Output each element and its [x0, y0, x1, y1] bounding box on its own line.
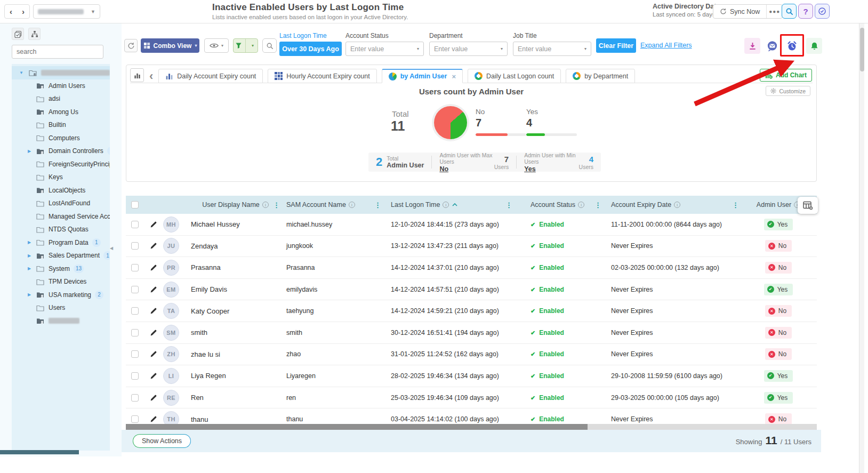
forward-icon[interactable]: ›	[22, 7, 25, 15]
vertical-scrollbar[interactable]	[859, 23, 864, 473]
column-menu-icon[interactable]: ⋮	[732, 201, 739, 209]
tree-item[interactable]	[12, 315, 110, 328]
sort-asc-icon[interactable]	[452, 203, 457, 206]
tree-item[interactable]: TPM Devices	[12, 275, 110, 288]
expand-all-filters-link[interactable]: Expand All Filters	[640, 42, 692, 49]
view-mode-dropdown[interactable]: Combo View ▾	[141, 38, 199, 53]
pie-chart[interactable]	[434, 106, 467, 139]
more-options-button[interactable]: ●●●	[766, 5, 782, 18]
row-checkbox[interactable]	[131, 307, 139, 315]
tree-expand-icon[interactable]	[28, 149, 34, 154]
tree-item[interactable]: Admin Users	[12, 79, 110, 93]
info-icon[interactable]	[443, 202, 449, 208]
tree-expand-icon[interactable]	[28, 292, 34, 297]
row-checkbox[interactable]	[131, 350, 139, 358]
cell-display-name[interactable]: Katy Cooper	[190, 300, 281, 322]
chart-tab[interactable]: Daily Account Expiry count	[158, 69, 263, 83]
column-visibility-dropdown[interactable]: ▾	[204, 38, 229, 53]
schedule-report-button[interactable]	[784, 38, 800, 54]
cell-display-name[interactable]: Emily Davis	[190, 279, 281, 300]
tree-item[interactable]: adsi	[12, 92, 110, 106]
scrollbar-thumb[interactable]	[860, 28, 864, 71]
add-chart-button[interactable]: Add Chart	[760, 69, 812, 82]
column-menu-icon[interactable]: ⋮	[505, 201, 512, 209]
row-checkbox[interactable]	[131, 415, 139, 423]
cell-display-name[interactable]: Prasanna	[190, 257, 281, 278]
chart-tab[interactable]: by Department	[566, 69, 635, 83]
show-actions-button[interactable]: Show Actions	[133, 434, 191, 448]
cell-display-name[interactable]: Michael Hussey	[190, 214, 281, 235]
cell-display-name[interactable]: Ren	[190, 387, 281, 408]
row-checkbox[interactable]	[131, 329, 139, 336]
column-header-account-expiry[interactable]: Account Expiry Date⋮	[602, 196, 740, 214]
column-header-sam-account[interactable]: SAM Account Name⋮	[281, 196, 382, 214]
info-icon[interactable]	[674, 202, 680, 208]
tree-item[interactable]: Among Us	[12, 106, 110, 119]
info-icon[interactable]	[262, 202, 269, 208]
info-icon[interactable]	[349, 202, 355, 208]
column-menu-icon[interactable]: ⋮	[374, 201, 381, 209]
select-all-checkbox[interactable]	[131, 201, 139, 209]
tree-search-input[interactable]	[12, 48, 107, 55]
row-checkbox[interactable]	[131, 394, 139, 402]
tree-item[interactable]: Keys	[12, 171, 110, 184]
row-checkbox[interactable]	[131, 264, 139, 271]
edit-pencil-icon[interactable]	[150, 350, 157, 358]
cell-display-name[interactable]: zhae lu si	[190, 344, 281, 365]
job-title-select[interactable]: Enter value▾	[513, 42, 591, 56]
summary-min-name[interactable]: Yes	[524, 165, 578, 173]
tree-scrollbar[interactable]	[0, 450, 79, 454]
tree-item[interactable]: NTDS Quotas	[12, 223, 110, 236]
column-settings-button[interactable]	[798, 197, 818, 214]
domain-selector[interactable]: ▼	[33, 4, 100, 19]
row-checkbox[interactable]	[131, 286, 139, 293]
help-button[interactable]: ?	[798, 4, 813, 19]
edit-pencil-icon[interactable]	[150, 372, 157, 380]
tree-item[interactable]: Domain Controllers 1	[12, 145, 110, 158]
filter-dropdown[interactable]: ▾	[233, 38, 258, 53]
export-button[interactable]	[744, 38, 760, 54]
edit-pencil-icon[interactable]	[150, 329, 157, 336]
tree-item[interactable]: System 13	[12, 262, 110, 276]
account-status-select[interactable]: Enter value▾	[345, 42, 424, 56]
edit-pencil-icon[interactable]	[150, 264, 157, 271]
column-header-last-logon[interactable]: Last Logon Time ⋮	[382, 196, 513, 214]
tree-expand-icon[interactable]	[28, 253, 34, 258]
notifications-button[interactable]	[806, 38, 822, 54]
tree-item[interactable]: Managed Service Accounts	[12, 210, 110, 223]
tree-item[interactable]: Program Data 1	[12, 236, 110, 250]
clear-filter-button[interactable]: Clear Filter	[596, 38, 636, 53]
tree-expand-icon[interactable]	[28, 240, 34, 245]
tree-item[interactable]: Builtin	[12, 118, 110, 132]
back-icon[interactable]: ‹	[10, 7, 12, 15]
tree-item[interactable]: USA marketing 2	[12, 288, 110, 302]
cell-display-name[interactable]: smith	[190, 322, 281, 343]
sync-now-button[interactable]: Sync Now	[713, 5, 766, 18]
tree-expand-icon[interactable]	[28, 266, 34, 271]
column-header-display-name[interactable]: User Display Name⋮	[190, 196, 281, 214]
row-checkbox[interactable]	[131, 242, 139, 250]
cell-display-name[interactable]: Liya Regen	[190, 365, 281, 387]
scrollbar-thumb[interactable]	[126, 424, 588, 430]
tabs-scroll-left-icon[interactable]: ‹	[149, 70, 153, 82]
chart-tab[interactable]: by Admin User ×	[382, 69, 463, 83]
quick-search-button[interactable]	[262, 38, 277, 53]
tree-item[interactable]	[12, 66, 110, 79]
tree-item[interactable]: LocalObjects	[12, 184, 110, 197]
tree-item[interactable]: Sales Department 1	[12, 249, 110, 262]
global-search-button[interactable]	[782, 4, 797, 19]
cell-display-name[interactable]: Zendaya	[190, 236, 281, 257]
tree-item[interactable]: ForeignSecurityPrincipals	[12, 158, 110, 171]
edit-pencil-icon[interactable]	[150, 286, 157, 293]
horizontal-scrollbar[interactable]	[126, 424, 817, 430]
department-select[interactable]: Enter value▾	[429, 42, 508, 56]
row-checkbox[interactable]	[131, 221, 139, 228]
close-icon[interactable]: ×	[452, 73, 456, 81]
reload-button[interactable]	[124, 39, 138, 52]
chart-tab[interactable]: Hourly Account Expiry count	[268, 69, 376, 83]
legend-item[interactable]: Yes 4	[526, 108, 577, 136]
edit-pencil-icon[interactable]	[150, 221, 157, 228]
tree-item[interactable]: Users	[12, 301, 110, 315]
row-checkbox[interactable]	[131, 372, 139, 380]
legend-item[interactable]: No 7	[476, 108, 526, 136]
